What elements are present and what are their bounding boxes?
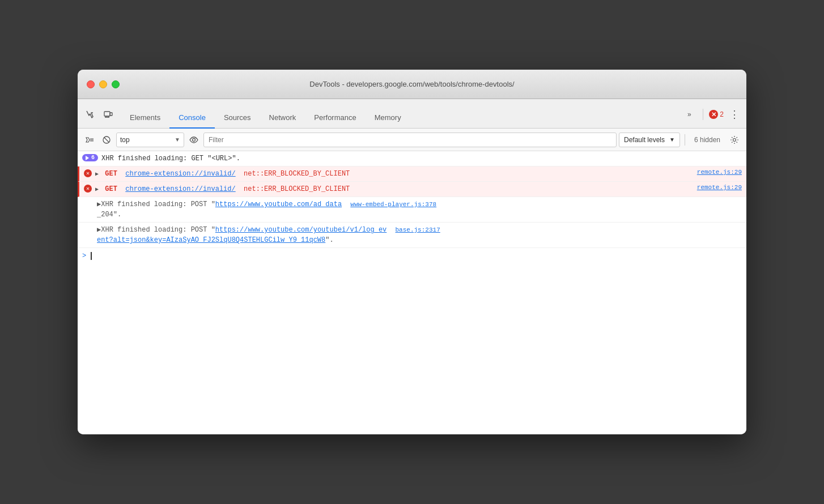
- error-circle-2: ✕: [84, 185, 92, 193]
- log-xhr-post1-text: ▶XHR finished loading: POST "https://www…: [97, 199, 742, 220]
- stop-messages-button[interactable]: [99, 133, 114, 147]
- expand-arrow-2[interactable]: ▶: [95, 186, 99, 193]
- log-xhr-post2-text: ▶XHR finished loading: POST "https://www…: [97, 225, 742, 245]
- svg-point-12: [733, 138, 736, 141]
- expand-arrow-1[interactable]: ▶: [95, 171, 99, 177]
- live-expressions-button[interactable]: [186, 133, 201, 147]
- more-tabs-button[interactable]: »: [681, 106, 697, 122]
- svg-marker-5: [86, 138, 90, 142]
- error-count-icon: ✕: [709, 110, 718, 119]
- clear-console-button[interactable]: [82, 133, 97, 147]
- levels-dropdown-arrow: ▼: [669, 136, 675, 143]
- svg-rect-1: [110, 113, 112, 116]
- device-toolbar-icon[interactable]: [100, 106, 116, 122]
- error-icon-1: ✕: [84, 169, 92, 177]
- error-icon-2: ✕: [84, 185, 92, 193]
- log-error-text-1: ▶ GET chrome-extension://invalid/ net::E…: [95, 169, 693, 179]
- xhr-post1-source[interactable]: www-embed-player.js:378: [350, 201, 436, 208]
- console-toolbar: top ▼ Default levels ▼ 6 hidden: [78, 129, 746, 151]
- maximize-button[interactable]: [112, 80, 120, 88]
- tab-sources[interactable]: Sources: [215, 109, 260, 129]
- filter-input[interactable]: [203, 133, 617, 147]
- log-levels-button[interactable]: Default levels ▼: [619, 133, 680, 147]
- log-entry-error1: ✕ ▶ GET chrome-extension://invalid/ net:…: [78, 166, 746, 182]
- svg-line-10: [104, 137, 109, 142]
- inspect-element-icon[interactable]: [82, 106, 98, 122]
- window-title: DevTools - developers.google.com/web/too…: [309, 80, 514, 88]
- console-settings-button[interactable]: [727, 133, 742, 147]
- svg-point-11: [193, 138, 196, 141]
- tabbar: Elements Console Sources Network Perform…: [78, 99, 746, 129]
- log-entry-error2: ✕ ▶ GET chrome-extension://invalid/ net:…: [78, 182, 746, 197]
- error-circle-1: ✕: [84, 169, 92, 177]
- error-badge[interactable]: ✕ 2: [709, 110, 724, 119]
- traffic-lights: [87, 80, 120, 88]
- devtools-menu-button[interactable]: ⋮: [727, 108, 742, 121]
- divider: [703, 109, 703, 120]
- console-prompt[interactable]: >: [78, 248, 746, 264]
- context-selector[interactable]: top ▼: [116, 133, 184, 147]
- toolbar-divider: [685, 134, 685, 146]
- log-error-text-2: ▶ GET chrome-extension://invalid/ net::E…: [95, 184, 693, 194]
- xhr-post2-source[interactable]: base.js:2317: [396, 227, 440, 233]
- tabbar-left-icons: [82, 106, 116, 128]
- tab-network[interactable]: Network: [260, 109, 305, 129]
- minimize-button[interactable]: [99, 80, 107, 88]
- xhr-badge: 6: [82, 154, 98, 161]
- tab-console[interactable]: Console: [169, 109, 215, 129]
- log-entry-xhr-post1: ▶XHR finished loading: POST "https://www…: [78, 197, 746, 223]
- log-entry-xhr-post2: ▶XHR finished loading: POST "https://www…: [78, 223, 746, 248]
- expand-triangle: [86, 156, 89, 160]
- titlebar: DevTools - developers.google.com/web/too…: [78, 70, 746, 99]
- prompt-cursor: [91, 252, 92, 260]
- log-source-2[interactable]: remote.js:29: [697, 184, 742, 191]
- hidden-count: 6 hidden: [690, 136, 725, 144]
- tab-performance[interactable]: Performance: [305, 109, 365, 129]
- xhr-badge-icon: 6: [82, 154, 98, 161]
- console-content: 6 XHR finished loading: GET "<URL>". ✕ ▶…: [78, 151, 746, 434]
- tab-memory[interactable]: Memory: [366, 109, 410, 129]
- close-button[interactable]: [87, 80, 95, 88]
- svg-rect-0: [104, 112, 110, 116]
- log-entry-text: XHR finished loading: GET "<URL>".: [101, 153, 742, 164]
- log-source-1[interactable]: remote.js:29: [697, 169, 742, 176]
- xhr-count: 6: [91, 155, 95, 161]
- tabbar-right: » ✕ 2 ⋮: [681, 106, 742, 128]
- log-entry-xhr1: 6 XHR finished loading: GET "<URL>".: [78, 151, 746, 166]
- tab-elements[interactable]: Elements: [121, 109, 169, 129]
- prompt-arrow-icon: >: [82, 252, 86, 260]
- devtools-window: DevTools - developers.google.com/web/too…: [78, 70, 746, 434]
- context-dropdown-arrow: ▼: [175, 136, 180, 143]
